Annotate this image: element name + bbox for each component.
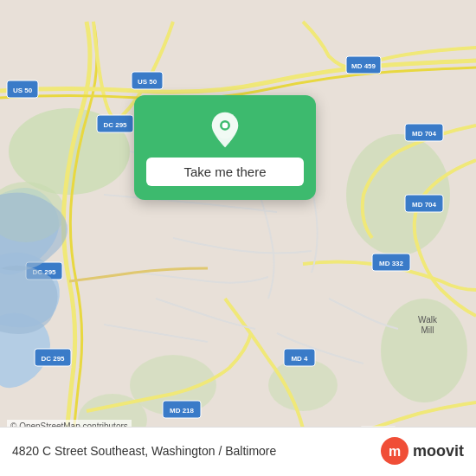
svg-text:MD 704: MD 704 [412, 201, 437, 209]
svg-text:MD 704: MD 704 [412, 130, 437, 138]
svg-text:Mill: Mill [421, 325, 434, 335]
moovit-icon: m [380, 436, 409, 466]
location-card: Take me there [134, 95, 316, 200]
svg-point-4 [381, 299, 467, 402]
svg-text:DC 295: DC 295 [41, 355, 65, 363]
location-pin-icon [206, 111, 244, 149]
svg-text:Walk: Walk [418, 315, 438, 325]
svg-text:US 50: US 50 [138, 78, 158, 86]
map-background: US 50 US 50 MD 459 DC 295 DC 295 DC 295 … [0, 0, 476, 476]
svg-point-5 [268, 359, 338, 411]
svg-point-36 [222, 123, 228, 129]
map-container: US 50 US 50 MD 459 DC 295 DC 295 DC 295 … [0, 0, 476, 476]
svg-text:MD 218: MD 218 [170, 407, 195, 415]
svg-text:MD 332: MD 332 [379, 260, 404, 267]
svg-text:DC 295: DC 295 [103, 121, 127, 129]
moovit-logo: m moovit [380, 436, 464, 466]
svg-text:MD 4: MD 4 [291, 355, 308, 363]
svg-text:US 50: US 50 [13, 87, 33, 94]
address-text: 4820 C Street Southeast, Washington / Ba… [12, 444, 276, 458]
svg-text:m: m [389, 444, 401, 459]
bottom-bar: 4820 C Street Southeast, Washington / Ba… [0, 427, 476, 476]
take-me-there-button[interactable]: Take me there [146, 158, 304, 186]
svg-text:MD 459: MD 459 [351, 62, 376, 70]
moovit-brand-text: moovit [413, 442, 464, 460]
